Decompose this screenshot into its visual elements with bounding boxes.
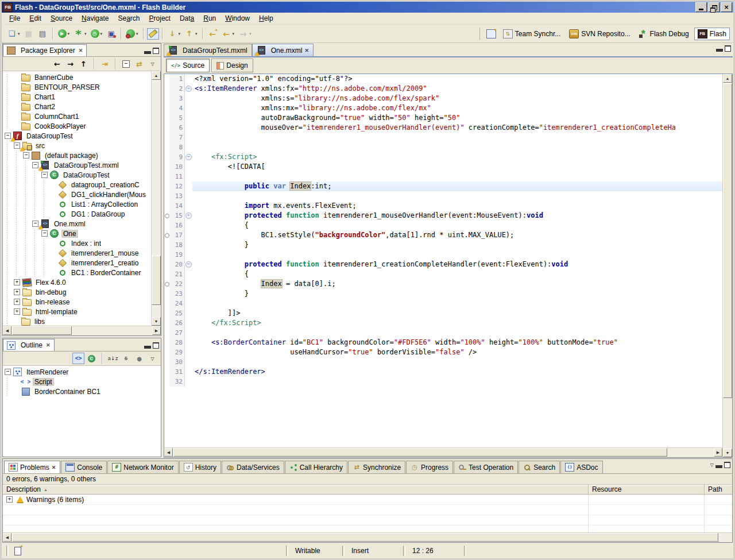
print-button[interactable] (36, 28, 49, 40)
project-item-chart1[interactable]: Chart1 (3, 92, 151, 102)
outline-item-script[interactable]: Script (3, 377, 161, 387)
dropdown-arrow-icon[interactable]: ▾ (136, 32, 138, 36)
dropdown-arrow-icon[interactable]: ▾ (68, 32, 70, 36)
project-item-libs[interactable]: libs (3, 316, 151, 326)
code-text[interactable]: xmlns:s="library://ns.adobe.com/flex/spa… (192, 94, 722, 103)
code-text[interactable]: <![CDATA[ (192, 162, 722, 172)
bottom-tab-problems[interactable]: Problems✕ (4, 461, 60, 473)
mode-source-button[interactable]: </>Source (166, 59, 210, 72)
menu-run[interactable]: Run (199, 13, 220, 24)
code-text[interactable] (192, 142, 722, 152)
code-text[interactable]: xmlns:mx="library://ns.adobe.com/flex/mx… (192, 103, 722, 113)
code-text[interactable] (192, 191, 722, 201)
minimize-view-button[interactable] (715, 465, 722, 468)
new-file-button[interactable]: ▾ (5, 28, 22, 40)
project-item-itemrenderer1-mouse[interactable]: itemrenderer1_mouse (3, 248, 151, 258)
code-text[interactable]: <?xml version="1.0" encoding="utf-8"?> (192, 74, 722, 84)
project-item-default-package[interactable]: −(default package) (3, 150, 151, 160)
code-text[interactable]: BC1.setStyle("backgroundColor",data[1].r… (192, 230, 722, 240)
perspective-team-synchr[interactable]: Team Synchr... (500, 28, 564, 40)
outline-item-bordercontainer-bc1[interactable]: BorderContainer BC1 (3, 387, 161, 396)
next-annotation-button[interactable]: ▾ (166, 28, 183, 40)
scroll-down-icon[interactable]: ▼ (723, 449, 732, 457)
scroll-right-icon[interactable]: ▶ (714, 448, 722, 457)
show-class-view-button[interactable] (86, 353, 98, 364)
code-text[interactable]: } (192, 289, 722, 299)
pe-up-button[interactable]: ↑ (78, 58, 90, 69)
export-release-build-button[interactable] (105, 28, 118, 40)
back-button[interactable]: ▾ (220, 28, 237, 40)
problems-hscrollbar[interactable]: ◀ (3, 532, 732, 542)
project-item-flex-4-6-0[interactable]: +Flex 4.6.0 (3, 277, 151, 287)
project-item-bin-release[interactable]: +bin-release (3, 297, 151, 307)
project-item-bin-debug[interactable]: +bin-debug (3, 287, 151, 297)
code-text[interactable]: <fx:Script> (192, 152, 722, 162)
collapse-icon[interactable]: − (32, 162, 38, 168)
last-edit-location-button[interactable] (206, 28, 219, 40)
menu-data[interactable]: Data (176, 13, 198, 24)
project-item-chart2[interactable]: Chart2 (3, 102, 151, 111)
code-text[interactable]: protected function itemrenderer1_mouseOv… (192, 211, 722, 221)
expand-icon[interactable]: + (14, 289, 20, 295)
scroll-down-icon[interactable]: ▼ (152, 317, 161, 326)
bottom-tab-asdoc[interactable]: ASDoc (560, 461, 602, 473)
problems-row-warnings-6-items[interactable]: +Warnings (6 items) (3, 495, 732, 505)
bottom-tab-history[interactable]: History (179, 461, 221, 473)
dropdown-arrow-icon[interactable]: ▾ (100, 32, 103, 36)
perspective-flash-debug[interactable]: Flash Debug (636, 28, 693, 40)
pe-link-with-editor-button[interactable]: ⇥ (99, 58, 111, 69)
scroll-up-icon[interactable]: ▲ (723, 74, 732, 83)
close-button[interactable]: × (721, 2, 732, 12)
profile-button[interactable]: ▾ (89, 28, 105, 40)
fold-collapse-icon[interactable]: − (185, 86, 192, 92)
maximize-editor-button[interactable] (725, 45, 731, 52)
project-item-bentour-parser[interactable]: BENTOUR_PARSER (3, 82, 151, 92)
code-text[interactable]: { (192, 221, 722, 230)
package-explorer-tab[interactable]: Package Explorer ✕ (3, 44, 87, 56)
pe-forward-button[interactable]: → (64, 58, 76, 69)
pe-collapse-all-button[interactable]: − (120, 58, 132, 69)
close-tab-icon[interactable]: ✕ (304, 48, 309, 53)
project-item-cookbookplayer[interactable]: CookBookPlayer (3, 121, 151, 131)
collapse-icon[interactable]: − (23, 152, 29, 159)
close-view-icon[interactable]: ✕ (46, 342, 51, 348)
run-button[interactable]: ▾ (56, 28, 72, 40)
menu-navigate[interactable]: Navigate (78, 13, 113, 24)
mode-design-button[interactable]: Design (211, 59, 253, 72)
debug-button[interactable]: ▾ (72, 28, 88, 40)
column-resource[interactable]: Resource (589, 485, 705, 495)
bottom-tab-console[interactable]: Console (61, 461, 107, 473)
project-item-one[interactable]: −One (3, 229, 151, 238)
menu-window[interactable]: Window (221, 13, 254, 24)
filter-button[interactable]: ● (133, 353, 145, 364)
column-path[interactable]: Path (705, 485, 732, 495)
bottom-tab-search[interactable]: Search (519, 461, 560, 473)
code-text[interactable]: <s:ItemRenderer xmlns:fx="http://ns.adob… (192, 84, 722, 94)
code-text[interactable] (192, 133, 722, 142)
bottom-tab-progress[interactable]: Progress (406, 461, 453, 473)
package-explorer-hscrollbar[interactable]: ◀ ▶ (3, 326, 161, 335)
code-text[interactable]: Index = data[0].i; (192, 279, 722, 289)
restore-button[interactable] (708, 2, 719, 12)
column-description[interactable]: Description ▲ (3, 485, 589, 495)
collapse-icon[interactable]: − (5, 369, 11, 375)
project-item-datagrouptest[interactable]: −DataGroupTest (3, 131, 151, 141)
close-view-icon[interactable]: ✕ (79, 48, 83, 53)
garbage-collect-button[interactable]: ▾ (125, 28, 140, 40)
maximize-view-button[interactable] (153, 48, 159, 54)
expand-icon[interactable]: + (6, 496, 13, 503)
view-menu-icon[interactable]: ▽ (710, 462, 714, 468)
expand-icon[interactable]: + (14, 308, 20, 315)
scroll-right-icon[interactable]: ▶ (152, 326, 161, 335)
project-item-datagroup1-creationc[interactable]: datagroup1_creationC (3, 180, 151, 190)
project-item-html-template[interactable]: +html-template (3, 307, 151, 316)
dropdown-arrow-icon[interactable]: ▾ (84, 32, 87, 36)
fold-collapse-icon[interactable]: − (185, 261, 192, 268)
dropdown-arrow-icon[interactable]: ▾ (233, 32, 235, 36)
project-item-src[interactable]: −src (3, 141, 151, 150)
project-item-itemrenderer1-creatio[interactable]: itemrenderer1_creatio (3, 258, 151, 268)
expand-icon[interactable]: + (14, 299, 20, 305)
menu-edit[interactable]: Edit (25, 13, 45, 24)
menu-project[interactable]: Project (145, 13, 175, 24)
scroll-left-icon[interactable]: ◀ (164, 448, 173, 457)
